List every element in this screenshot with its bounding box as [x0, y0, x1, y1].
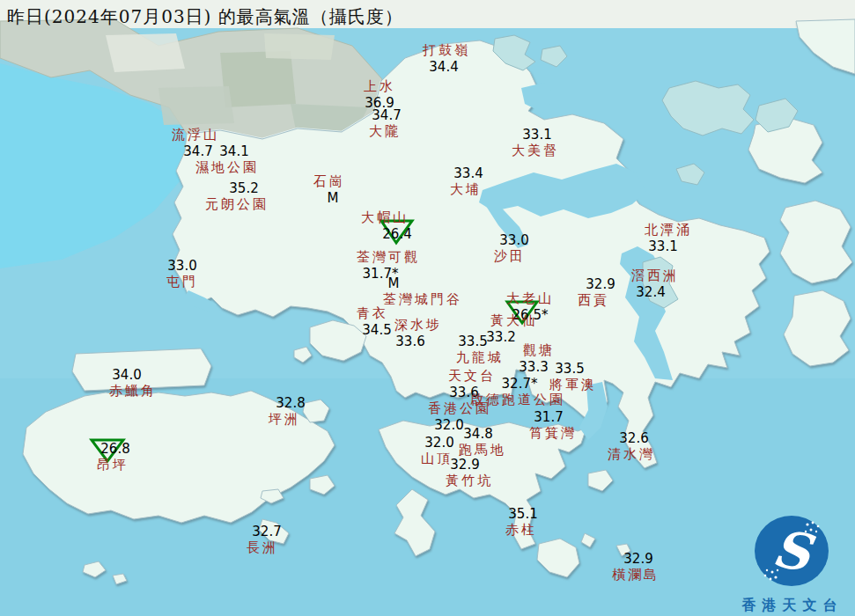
station-7: 35.2元朗公園	[205, 180, 269, 213]
station-label: 上水	[364, 78, 395, 95]
station-value: 26.8	[100, 441, 131, 457]
station-value: 32.4	[627, 284, 674, 300]
station-30: 31.7筲箕灣	[529, 409, 577, 442]
station-label: 九龍城	[456, 349, 504, 366]
station-label: 流浮山	[172, 127, 219, 143]
station-28: 32.8坪洲	[269, 395, 300, 428]
station-value: 33.1	[639, 238, 687, 254]
station-label: 坪洲	[269, 411, 300, 428]
station-value: M	[354, 275, 433, 291]
station-value: 34.4	[420, 59, 468, 75]
station-34: 26.8昂坪	[97, 441, 129, 473]
station-label: 大老山	[506, 290, 554, 307]
station-33: 32.6清水灣	[608, 430, 655, 463]
station-value: 33.6	[387, 334, 434, 349]
station-37: 32.7長洲	[247, 524, 278, 556]
station-value: 32.8	[275, 395, 306, 411]
station-value: 32.9	[441, 457, 489, 473]
station-36: 35.1赤柱	[505, 506, 537, 539]
stations-layer: 打鼓嶺34.4上水36.934.7大隴流浮山34.734.1濕地公園33.1大美…	[0, 0, 855, 616]
station-label: 滘西洲	[631, 268, 679, 284]
station-17: M荃灣城門谷	[383, 275, 462, 308]
station-label: 濕地公園	[195, 159, 259, 176]
station-10: 大帽山26.4	[361, 209, 409, 242]
station-value: 31.7	[525, 409, 572, 425]
station-38: 32.9橫瀾島	[612, 551, 660, 583]
station-label: 黃竹坑	[446, 473, 493, 489]
hk-max-temperature-map: 昨日(2024年07月03日) 的最高氣溫（攝氏度） 打鼓嶺34.4上水36.9…	[0, 0, 855, 616]
station-label: 荃灣可觀	[357, 249, 420, 266]
station-2: 上水36.9	[364, 78, 395, 111]
station-label: 沙田	[494, 248, 526, 265]
station-label: 石崗	[313, 173, 345, 190]
station-9: 33.4大埔	[450, 165, 482, 198]
station-label: 大隴	[369, 123, 401, 140]
station-label: 清水灣	[608, 446, 655, 463]
station-value: M	[317, 190, 349, 206]
station-15: 滘西洲32.4	[631, 268, 679, 300]
station-value: 33.0	[498, 232, 530, 248]
station-3: 34.7大隴	[369, 107, 401, 140]
hko-logo: S 香港天文台 HONG KONG OBSERVATORY	[730, 510, 855, 616]
station-label: 筲箕灣	[529, 425, 577, 442]
station-label: 青衣	[357, 305, 388, 322]
station-19: 青衣34.5	[357, 305, 388, 338]
station-value: 34.1	[203, 143, 266, 159]
station-value: 32.6	[610, 430, 658, 446]
station-25: 34.0赤鱲角	[109, 367, 157, 400]
station-value: 34.8	[454, 426, 502, 442]
station-label: 打鼓嶺	[423, 42, 470, 59]
station-11: 北潭涌33.1	[645, 222, 692, 254]
station-14: 33.0屯門	[166, 258, 198, 290]
station-35: 32.9黃竹坑	[446, 457, 493, 489]
station-value: 32.7	[251, 524, 283, 539]
station-value: 33.1	[513, 127, 561, 143]
station-value: 34.7	[371, 107, 402, 123]
station-8: 石崗M	[313, 173, 345, 206]
station-value: 33.4	[453, 165, 484, 181]
station-22: 33.5九龍城	[456, 334, 504, 366]
station-label: 深水埗	[394, 317, 442, 334]
station-value: 33.3	[518, 359, 549, 375]
station-21: 深水埗33.6	[394, 317, 442, 349]
station-label: 黃大仙	[490, 312, 538, 329]
station-31: 34.8跑馬地	[459, 426, 506, 458]
station-value: 33.5	[546, 361, 593, 377]
hko-logo-name-zh: 香港天文台	[730, 597, 855, 615]
station-value: 32.7*	[472, 376, 567, 392]
station-16: 32.9西貢	[578, 276, 609, 309]
station-value: 33.5	[449, 334, 497, 349]
station-label: 屯門	[166, 274, 198, 290]
station-value: 32.9	[615, 551, 662, 567]
station-label: 荃灣城門谷	[383, 291, 462, 308]
station-label: 北潭涌	[645, 222, 692, 238]
station-label: 香港公園	[428, 400, 491, 417]
station-1: 打鼓嶺34.4	[423, 42, 470, 75]
station-label: 赤鱲角	[109, 383, 157, 400]
station-value: 35.1	[507, 506, 539, 522]
station-5: 34.1濕地公園	[195, 143, 259, 176]
station-value: 35.2	[212, 180, 276, 196]
station-12: 33.0沙田	[494, 232, 526, 265]
station-label: 大埔	[450, 181, 482, 198]
station-label: 大帽山	[361, 209, 409, 226]
station-label: 赤柱	[505, 522, 537, 539]
station-label: 長洲	[247, 539, 278, 556]
station-label: 昂坪	[97, 457, 129, 473]
station-value: 32.9	[585, 276, 616, 292]
station-label: 觀塘	[523, 342, 555, 359]
hko-logo-icon: S	[730, 510, 855, 591]
station-value: 32.0	[424, 435, 455, 451]
station-label: 橫瀾島	[612, 567, 660, 583]
station-label: 西貢	[578, 292, 609, 309]
station-value: 34.0	[103, 367, 151, 383]
station-value: 33.0	[166, 258, 198, 274]
station-label: 元朗公園	[205, 196, 269, 213]
station-label: 大美督	[512, 143, 559, 159]
station-6: 33.1大美督	[512, 127, 559, 159]
station-value: 26.4	[373, 226, 421, 242]
